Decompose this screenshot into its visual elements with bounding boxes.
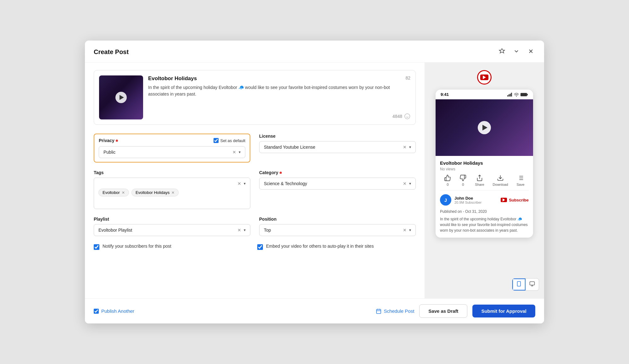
license-chevron-icon[interactable]: ▾: [409, 145, 411, 149]
position-clear-icon[interactable]: ✕: [403, 228, 407, 233]
phone-channel: J John Doe 20.9M Subscriber Subscrib: [440, 194, 529, 206]
tag-remove-icon[interactable]: ✕: [122, 190, 125, 195]
category-clear-icon[interactable]: ✕: [403, 181, 407, 186]
set-as-default-label[interactable]: Set as default: [214, 138, 246, 143]
playlist-clear-icon[interactable]: ✕: [237, 228, 241, 233]
tags-group: Tags ✕ ▾ Evoltobor ✕: [94, 170, 250, 209]
post-count: 82: [405, 75, 410, 80]
phone-content: Evoltobor Holidays No views 0 0: [436, 156, 533, 238]
license-clear-icon[interactable]: ✕: [403, 145, 407, 150]
position-group: Position Top ✕ ▾: [259, 217, 416, 236]
notify-subscribers-item[interactable]: Notify your subscribers for this post: [94, 244, 252, 250]
phone-time: 9:41: [441, 92, 449, 97]
privacy-select-actions: ✕ ▾: [232, 150, 241, 155]
post-description: In the spirit of the upcoming holiday Ev…: [148, 84, 410, 97]
pin-icon[interactable]: [498, 47, 506, 57]
yt-small-play-icon: [503, 198, 505, 201]
close-icon[interactable]: [526, 47, 535, 57]
wifi-icon: [514, 93, 519, 97]
channel-details: John Doe 20.9M Subscriber: [454, 196, 481, 204]
svg-rect-22: [530, 282, 535, 285]
mobile-view-button[interactable]: [512, 279, 526, 290]
submit-approval-button[interactable]: Submit for Approval: [472, 305, 535, 317]
position-chevron-icon[interactable]: ▾: [409, 228, 411, 232]
playlist-label: Playlist: [94, 217, 250, 222]
notify-subscribers-label: Notify your subscribers for this post: [103, 244, 171, 249]
category-select-actions: ✕ ▾: [403, 181, 411, 186]
youtube-logo: [477, 70, 492, 85]
embed-video-label: Embed your video for others to auto-play…: [266, 244, 374, 249]
youtube-play-icon: [483, 75, 486, 79]
publish-another-label: Publish Another: [101, 308, 134, 314]
left-panel: Evoltobor Holidays In the spirit of the …: [85, 63, 425, 298]
post-info: Evoltobor Holidays In the spirit of the …: [148, 75, 410, 97]
svg-rect-8: [511, 93, 512, 97]
category-value: Science & Technology: [264, 181, 307, 186]
create-post-modal: Create Post Evo: [85, 41, 544, 323]
license-select[interactable]: Standard Youtube License ✕ ▾: [259, 141, 416, 153]
tags-clear-icon[interactable]: ✕: [237, 181, 241, 186]
desktop-view-button[interactable]: [526, 279, 539, 290]
phone-video-title: Evoltobor Holidays: [440, 160, 529, 166]
phone-description: In the spirit of the upcoming holiday Ev…: [440, 216, 529, 238]
tags-header: ✕ ▾: [98, 181, 246, 186]
publish-another-item[interactable]: Publish Another: [94, 308, 134, 314]
embed-video-item[interactable]: Embed your video for others to auto-play…: [257, 244, 416, 250]
embed-video-checkbox[interactable]: [257, 244, 263, 250]
playlist-value: Evoltobor Playlist: [98, 228, 132, 233]
footer-left: Publish Another: [94, 308, 134, 314]
subscribe-button[interactable]: Subscribe: [501, 198, 529, 202]
svg-rect-25: [376, 309, 381, 314]
category-chevron-icon[interactable]: ▾: [409, 181, 411, 186]
phone-play-button[interactable]: [478, 121, 491, 134]
post-emoji-count: 4848: [392, 113, 410, 119]
youtube-icon: [480, 74, 488, 80]
modal-header: Create Post: [85, 41, 544, 63]
phone-published-date: Published on - Oct 31, 2020: [440, 209, 529, 214]
phone-download-action[interactable]: Download: [493, 174, 508, 186]
save-draft-button[interactable]: Save as Draft: [419, 304, 467, 318]
thumbs-down-icon: [459, 174, 466, 181]
subscribe-label: Subscribe: [509, 198, 529, 202]
svg-rect-11: [527, 94, 528, 95]
privacy-select[interactable]: Public ✕ ▾: [99, 146, 245, 158]
phone-like-action[interactable]: 0: [444, 174, 451, 186]
yt-small-icon: [501, 198, 507, 202]
notify-subscribers-checkbox[interactable]: [94, 244, 99, 250]
schedule-post-button[interactable]: Schedule Post: [376, 308, 415, 314]
privacy-chevron-icon[interactable]: ▾: [239, 150, 241, 154]
modal-body: Evoltobor Holidays In the spirit of the …: [85, 63, 544, 298]
tags-box[interactable]: ✕ ▾ Evoltobor ✕ Evoltobor Holidays: [94, 178, 250, 209]
calendar-icon: [376, 308, 381, 314]
privacy-group: Privacy Set as default Public ✕ ▾: [94, 134, 250, 163]
chevron-down-icon[interactable]: [512, 47, 521, 57]
category-select[interactable]: Science & Technology ✕ ▾: [259, 178, 416, 190]
tag-chip-evoltobor: Evoltobor ✕: [98, 189, 129, 196]
phone-dislike-action[interactable]: 0: [459, 174, 466, 186]
post-card: Evoltobor Holidays In the spirit of the …: [94, 70, 416, 125]
tag-remove-icon[interactable]: ✕: [171, 190, 175, 195]
required-indicator: [116, 140, 118, 142]
save-icon: [517, 174, 524, 181]
svg-rect-5: [507, 95, 508, 97]
channel-avatar: J: [440, 194, 451, 206]
position-select[interactable]: Top ✕ ▾: [259, 224, 416, 236]
set-default-checkbox[interactable]: [214, 138, 219, 143]
privacy-value: Public: [103, 150, 115, 155]
privacy-clear-icon[interactable]: ✕: [232, 150, 236, 155]
like-count: 0: [447, 183, 448, 186]
publish-another-checkbox[interactable]: [94, 309, 99, 314]
play-button[interactable]: [115, 92, 127, 103]
svg-rect-7: [510, 94, 511, 97]
phone-save-action[interactable]: Save: [516, 174, 524, 186]
schedule-post-label: Schedule Post: [384, 308, 415, 314]
playlist-chevron-icon[interactable]: ▾: [244, 228, 246, 232]
checkboxes-row: Notify your subscribers for this post Em…: [94, 244, 416, 250]
phone-share-action[interactable]: Share: [475, 174, 484, 186]
download-label: Download: [493, 183, 508, 186]
tags-select-actions: ✕ ▾: [237, 181, 246, 186]
playlist-select[interactable]: Evoltobor Playlist ✕ ▾: [94, 224, 250, 236]
tags-label: Tags: [94, 170, 250, 175]
header-icons: [498, 47, 535, 57]
tags-chevron-icon[interactable]: ▾: [244, 181, 246, 186]
